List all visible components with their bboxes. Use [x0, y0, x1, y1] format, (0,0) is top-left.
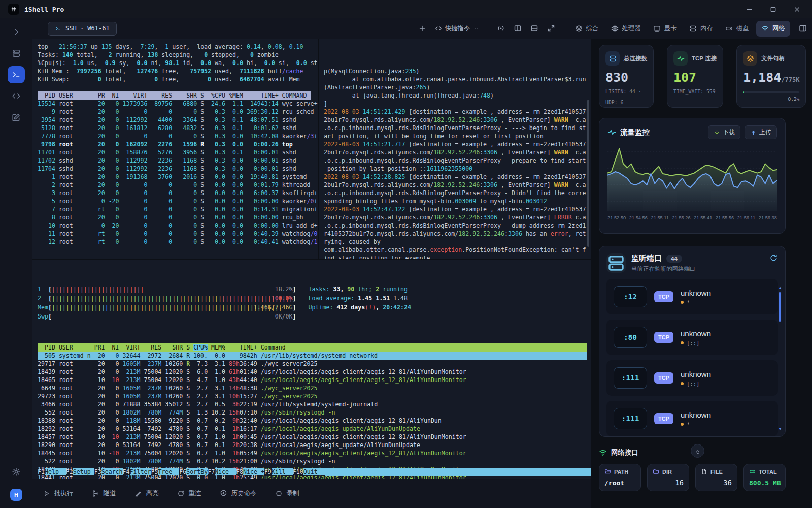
close-icon[interactable]: [793, 6, 801, 13]
log-line: ]: [324, 100, 591, 108]
ports-count-badge: 44: [666, 255, 682, 263]
top-info-line: [38, 83, 318, 91]
fkey-f5[interactable]: F5Tree: [151, 468, 179, 476]
fkey-f1[interactable]: F1Help: [38, 468, 66, 476]
top-process-row: 11704 sshd 20 0 112992 2236 1168 S 0.3 0…: [38, 165, 318, 173]
top-process-row: 5128 root 20 0 161812 6280 4832 S 0.3 0.…: [38, 124, 318, 132]
iface-card-value: 36: [701, 479, 732, 487]
chevron-down-icon: [473, 26, 479, 31]
traffic-x-labels: 21:52:5021:54:5621:55:1121:55:2621:55:41…: [607, 215, 777, 220]
collapse-toggle-button[interactable]: [691, 444, 704, 458]
nav-ram[interactable]: 内存: [684, 21, 718, 37]
fkey-f3[interactable]: F3Search: [94, 468, 123, 476]
ports-list: :12TCPunknown*:80TCPunknown[::]:111TCPun…: [606, 279, 778, 437]
port-number-chip: :12: [614, 286, 647, 307]
action-record[interactable]: 录制: [275, 489, 299, 498]
log-line: ind start position for example: [324, 254, 591, 259]
cpu-icon: [611, 25, 619, 33]
top-process-row: 9798 root 20 0 162092 2276 1596 R 0.3 0.…: [38, 140, 318, 148]
action-pen[interactable]: 高亮: [134, 489, 159, 498]
minimize-icon[interactable]: [746, 6, 753, 13]
fullscreen-icon[interactable]: [547, 24, 555, 33]
sidebar-snippets-icon[interactable]: [12, 91, 21, 101]
layers-icon: [575, 25, 583, 33]
nav-gpu[interactable]: 显卡: [648, 21, 682, 37]
x-tick-label: 21:56:11: [737, 215, 756, 220]
settings-gear-icon[interactable]: [12, 467, 21, 477]
top-info-line: KiB Mem : 7997256 total, 127476 free, 75…: [38, 67, 318, 75]
fkey-f7[interactable]: F7Nice -: [208, 468, 236, 476]
fkey-f2[interactable]: F2Setup: [66, 468, 94, 476]
title-bar: iShell Pro: [0, 0, 812, 18]
refresh-icon[interactable]: [769, 253, 778, 262]
session-tab[interactable]: SSH · W61-61: [48, 22, 117, 36]
x-tick-label: 21:55:26: [672, 215, 691, 220]
nav-wifi[interactable]: 网络: [756, 21, 790, 37]
iface-card-dir[interactable]: DIR16: [647, 464, 689, 491]
quick-command-button[interactable]: 快捷指令: [435, 24, 479, 33]
htop-table-header[interactable]: PID USER PRI NI VIRT RES SHR S CPU% MEM%…: [38, 343, 587, 352]
htop-pane[interactable]: 1 [||||||||||||||||||||||||||18.2%]2 [||…: [32, 259, 591, 479]
log-output-pane[interactable]: p(MysqlConnection.java:235) at com.aliba…: [319, 39, 591, 259]
iface-card-total[interactable]: TOTAL800.5 MB: [743, 464, 786, 491]
maximize-icon[interactable]: [769, 6, 777, 13]
sidebar-hosts-icon[interactable]: [12, 49, 21, 58]
port-list-item[interactable]: :111TCPunknown[::]: [606, 360, 778, 396]
add-tab-icon[interactable]: [418, 24, 426, 33]
split-horizontal-icon[interactable]: [530, 24, 538, 33]
scroll-down-icon[interactable]: ▼: [777, 427, 783, 431]
iface-card-file[interactable]: FILE36: [695, 464, 737, 491]
fkey-f4[interactable]: F4Filter: [123, 468, 151, 476]
action-play[interactable]: 批执行: [43, 489, 74, 498]
htop-process-row: 29717 root 20 0 1605M 237M 10260 R 7.3 3…: [38, 360, 591, 368]
iface-card-path[interactable]: PATH/root: [599, 464, 641, 491]
top-process-row: 7 root rt 0 0 0 0 S 0.0 0.0 0:14.31 migr…: [38, 205, 318, 213]
fkey-f10[interactable]: F10Quit: [293, 468, 325, 476]
upload-toggle-button[interactable]: 上传: [745, 125, 777, 139]
log-line: 2022-08-03 14:51:21.429 [destination = e…: [324, 108, 591, 116]
fkey-f8[interactable]: F8Nice +: [236, 468, 264, 476]
nav-cpu[interactable]: 处理器: [606, 21, 647, 37]
top-process-row: 11 root rt 0 0 0 0 S 0.0 0.0 0:40.39 wat…: [38, 230, 318, 238]
port-list-item[interactable]: :12TCPunknown*: [606, 279, 778, 314]
x-tick-label: 21:52:50: [607, 215, 626, 220]
user-avatar[interactable]: H: [10, 489, 22, 501]
sidebar-expand-icon[interactable]: [12, 27, 21, 37]
path-stats-cards: PATH/rootDIR16FILE36TOTAL800.5 MB: [599, 464, 786, 491]
htop-function-keys[interactable]: F1Help F2Setup F3SearchF4FilterF5Tree F6…: [32, 468, 591, 476]
panel-toggle-icon[interactable]: [799, 24, 807, 33]
port-list-item[interactable]: :111TCPunknown*: [606, 401, 778, 436]
action-tunnel[interactable]: 隧道: [92, 489, 116, 498]
htop-process-row: 18445 root 10 -10 213M 75004 12020 S 0.7…: [38, 449, 591, 457]
session-tab-label: SSH · W61-61: [65, 25, 110, 32]
fkey-f6[interactable]: F6SortBy: [179, 468, 208, 476]
htop-process-row: 18457 root 10 -10 213M 75004 12020 S 0.7…: [38, 433, 591, 441]
split-vertical-icon[interactable]: [514, 24, 522, 33]
tunnel-icon: [92, 490, 99, 497]
htop-meter: 1 [||||||||||||||||||||||||||18.2%]: [38, 284, 296, 294]
code-icon: [435, 25, 442, 32]
scroll-up-icon[interactable]: ▲: [777, 286, 783, 290]
log-scrollbar[interactable]: [587, 100, 589, 247]
fkey-f9[interactable]: F9Kill: [264, 468, 293, 476]
nav-disk[interactable]: 磁盘: [720, 21, 754, 37]
protocol-badge: TCP: [654, 413, 673, 424]
broadcast-icon[interactable]: [497, 24, 505, 33]
pulse-icon: [673, 51, 688, 66]
action-clockh[interactable]: 历史命令: [220, 489, 257, 498]
log-line: at com.alibaba.otter.canal.parse.inbound…: [324, 75, 591, 83]
top-process-row: 2 root 20 0 0 0 0 S 0.0 0.0 0:01.79 kthr…: [38, 181, 318, 189]
download-toggle-button[interactable]: 下载: [708, 125, 740, 139]
listening-ports-card: 监听端口 44 当前正在监听的网络端口 :12TCPunknown*:80TCP…: [599, 246, 786, 437]
action-refresh[interactable]: 重连: [177, 489, 201, 498]
protocol-badge: TCP: [654, 291, 673, 302]
scroll-thumb[interactable]: [779, 292, 781, 322]
nav-layers[interactable]: 综合: [570, 21, 604, 37]
sidebar-editor-icon[interactable]: [12, 113, 21, 122]
port-list-item[interactable]: :80TCPunknown[::]: [606, 320, 778, 355]
ports-scrollbar[interactable]: ▲ ▼: [777, 286, 783, 431]
x-tick-label: 21:55:41: [694, 215, 712, 220]
log-line: (AbstractEventParser.java:265): [324, 83, 591, 91]
top-output-pane[interactable]: top - 21:56:37 up 135 days, 7:29, 1 user…: [32, 39, 319, 259]
sidebar-terminal-active[interactable]: [8, 66, 25, 83]
